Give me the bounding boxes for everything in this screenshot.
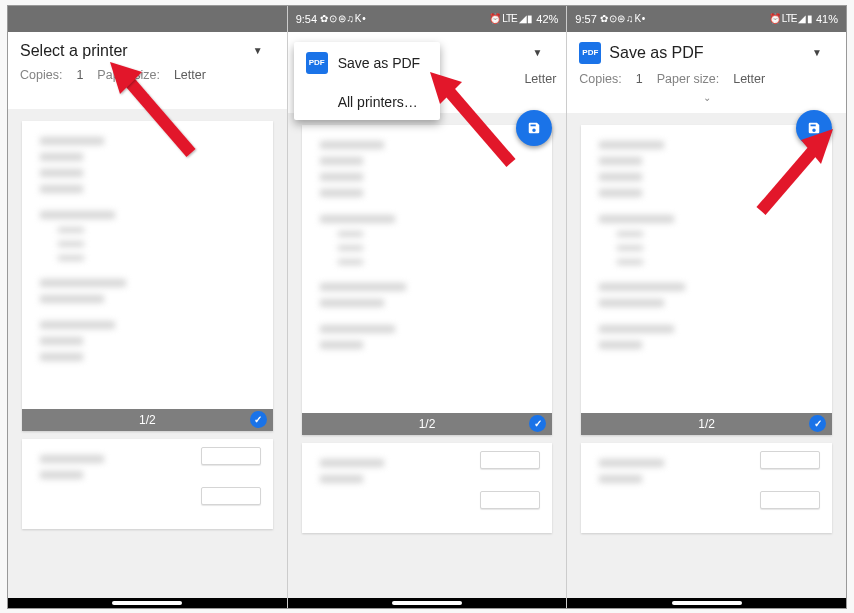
save-icon [807, 121, 821, 135]
dropdown-item-save-as-pdf[interactable]: PDF Save as PDF [294, 42, 440, 84]
printer-label: Select a printer [20, 42, 128, 60]
nav-pill[interactable] [672, 601, 742, 605]
status-bar: 9:54 ✿ ⊙ ⊜ ♫ K • ⏰ LTE ◢ ▮ 42% [288, 6, 567, 32]
battery-level: 41% [816, 13, 838, 25]
printer-select[interactable]: Select a printer [20, 42, 128, 60]
expand-options-icon[interactable]: ⌄ [577, 90, 836, 107]
status-icons-left: ✿ ⊙ ⊜ ♫ K • [320, 13, 365, 24]
android-nav-bar [8, 598, 287, 608]
preview-page-1[interactable]: 1/2 [22, 121, 273, 431]
preview-page-2[interactable] [22, 439, 273, 529]
status-bar: 9:57 ✿ ⊙ ⊜ ♫ K • ⏰ LTE ◢ ▮ 41% [567, 6, 846, 32]
preview-page-2[interactable] [581, 443, 832, 533]
preview-page-2[interactable] [302, 443, 553, 533]
save-icon [527, 121, 541, 135]
print-options-header: Select a printer ▼ Copies: 1 Paper size:… [8, 32, 287, 109]
paper-size-value[interactable]: Letter [524, 72, 556, 86]
printer-select-row[interactable]: PDF Save as PDF ▼ [577, 38, 836, 70]
page-counter: 1/2 [419, 417, 436, 431]
status-icons-right: ⏰ LTE ◢ ▮ [489, 13, 532, 24]
paper-size-label: Paper size: [97, 68, 160, 82]
preview-page-1[interactable]: 1/2 [581, 125, 832, 435]
printer-label: Save as PDF [609, 44, 703, 62]
page-selected-check-icon[interactable] [250, 411, 267, 428]
dropdown-caret-icon: ▼ [253, 45, 263, 56]
print-meta-row: Copies: 1 Paper size: Letter [577, 70, 836, 90]
screenshot-triptych: Select a printer ▼ Copies: 1 Paper size:… [7, 5, 847, 609]
preview-page-1[interactable]: 1/2 [302, 125, 553, 435]
print-meta-row: Copies: 1 Paper size: Letter [18, 66, 277, 86]
nav-pill[interactable] [392, 601, 462, 605]
dropdown-item-all-printers[interactable]: All printers… [294, 84, 440, 120]
print-preview-area[interactable]: 1/2 [288, 113, 567, 598]
expand-options-icon[interactable]: ⌄ [18, 86, 277, 103]
printer-select-row[interactable]: Select a printer ▼ [18, 38, 277, 66]
page-counter: 1/2 [139, 413, 156, 427]
print-preview-area[interactable]: 1/2 [8, 109, 287, 598]
status-time: 9:54 [296, 13, 317, 25]
paper-size-label: Paper size: [657, 72, 720, 86]
status-icons-right: ⏰ LTE ◢ ▮ [769, 13, 812, 24]
copies-value[interactable]: 1 [76, 68, 83, 82]
page-footer: 1/2 [22, 409, 273, 431]
dropdown-item-label: Save as PDF [338, 55, 420, 71]
pdf-icon: PDF [579, 42, 601, 64]
android-nav-bar [288, 598, 567, 608]
paper-size-value[interactable]: Letter [174, 68, 206, 82]
status-icons-left: ✿ ⊙ ⊜ ♫ K • [600, 13, 645, 24]
copies-value[interactable]: 1 [636, 72, 643, 86]
print-options-header: PDF Save as PDF ▼ Copies: 1 Paper size: … [567, 32, 846, 113]
battery-level: 42% [536, 13, 558, 25]
page-footer: 1/2 [581, 413, 832, 435]
dropdown-caret-icon: ▼ [532, 47, 542, 58]
save-pdf-fab[interactable] [796, 110, 832, 146]
copies-label: Copies: [20, 68, 62, 82]
printer-dropdown-menu: PDF Save as PDF All printers… [294, 42, 440, 120]
page-footer: 1/2 [302, 413, 553, 435]
phone-screen-2: 9:54 ✿ ⊙ ⊜ ♫ K • ⏰ LTE ◢ ▮ 42% PDF ▼ Let… [288, 6, 567, 608]
status-bar [8, 6, 287, 32]
print-preview-area[interactable]: 1/2 [567, 113, 846, 598]
phone-screen-3: 9:57 ✿ ⊙ ⊜ ♫ K • ⏰ LTE ◢ ▮ 41% PDF Save … [567, 6, 846, 608]
android-nav-bar [567, 598, 846, 608]
dropdown-caret-icon: ▼ [812, 47, 822, 58]
page-counter: 1/2 [698, 417, 715, 431]
phone-screen-1: Select a printer ▼ Copies: 1 Paper size:… [8, 6, 287, 608]
paper-size-value[interactable]: Letter [733, 72, 765, 86]
page-selected-check-icon[interactable] [529, 415, 546, 432]
pdf-icon: PDF [306, 52, 328, 74]
dropdown-item-label: All printers… [338, 94, 418, 110]
nav-pill[interactable] [112, 601, 182, 605]
copies-label: Copies: [579, 72, 621, 86]
status-time: 9:57 [575, 13, 596, 25]
page-selected-check-icon[interactable] [809, 415, 826, 432]
save-pdf-fab[interactable] [516, 110, 552, 146]
